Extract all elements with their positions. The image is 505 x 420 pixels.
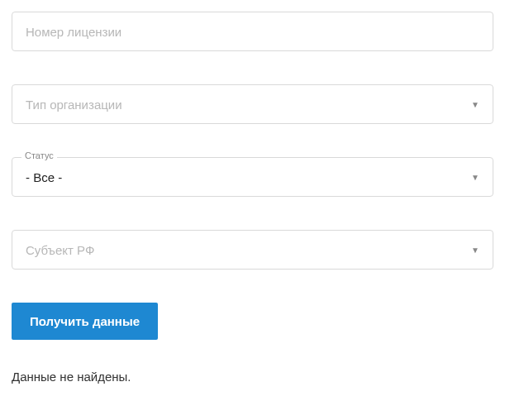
chevron-down-icon: ▼: [471, 173, 479, 182]
license-number-field: [12, 12, 493, 51]
subject-placeholder: Субъект РФ: [26, 243, 94, 257]
subject-select[interactable]: Субъект РФ ▼: [12, 230, 493, 270]
org-type-field: Тип организации ▼: [12, 84, 493, 124]
chevron-down-icon: ▼: [471, 246, 479, 255]
chevron-down-icon: ▼: [471, 100, 479, 109]
result-message: Данные не найдены.: [12, 370, 493, 384]
submit-button[interactable]: Получить данные: [12, 303, 158, 340]
status-select[interactable]: - Все - ▼: [12, 157, 493, 197]
status-label: Статус: [21, 150, 57, 160]
status-field: Статус - Все - ▼: [12, 157, 493, 197]
license-number-input[interactable]: [12, 12, 493, 51]
status-value: - Все -: [26, 170, 62, 184]
subject-field: Субъект РФ ▼: [12, 230, 493, 270]
org-type-select[interactable]: Тип организации ▼: [12, 84, 493, 124]
org-type-placeholder: Тип организации: [26, 98, 122, 112]
